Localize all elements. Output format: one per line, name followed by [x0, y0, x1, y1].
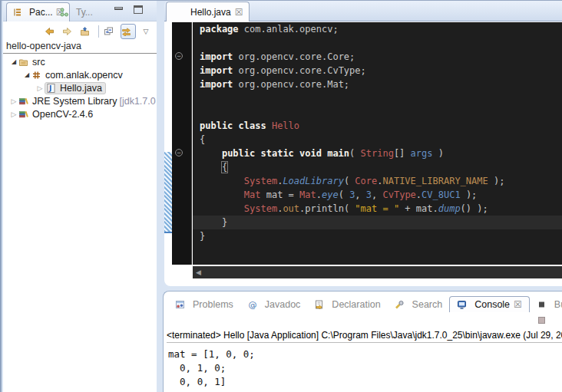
console-tab-label: Console	[474, 299, 510, 310]
collapse-arrow-icon[interactable]: ◢	[9, 58, 18, 65]
code-line-2	[200, 36, 562, 50]
tree-item-opencv-2-4-6[interactable]: ▷OpenCV-2.4.6	[3, 107, 157, 120]
project-label: hello-opencv-java	[3, 41, 157, 54]
java-file-icon	[173, 8, 183, 17]
view-tab-label: Pac...	[29, 7, 53, 18]
console-tab-label: Declaration	[332, 299, 380, 310]
svg-text:J: J	[48, 84, 51, 92]
tree-item-label: JRE System Library	[32, 96, 117, 107]
console-tab-javadoc[interactable]: @Javadoc	[240, 297, 308, 312]
tree-item-com-anlak-opencv[interactable]: ◢com.anlak.opencv	[3, 68, 157, 81]
up-button[interactable]	[79, 24, 94, 39]
code-line-5: import org.opencv.core.Mat;	[200, 77, 562, 91]
scroll-left-icon[interactable]: ◀	[193, 268, 201, 276]
tree-item-content: com.anlak.opencv	[31, 70, 123, 81]
problems-icon	[175, 300, 186, 309]
code-line-16: }	[200, 229, 562, 243]
tree-item-content: src	[18, 57, 45, 68]
forward-button[interactable]	[61, 24, 77, 39]
console-tab-console[interactable]: Console☒	[449, 296, 530, 312]
tree-item-label: OpenCV-2.4.6	[32, 109, 93, 120]
code-line-10: public static void main( String[] args )	[200, 147, 562, 160]
link-editor-icon	[121, 27, 132, 36]
horizontal-scrollbar[interactable]: ◀	[193, 266, 562, 278]
view-menu-icon: ▽	[142, 28, 150, 35]
maximize-icon[interactable]	[134, 5, 143, 14]
up-folder-icon	[80, 27, 91, 36]
expand-arrow-icon[interactable]: ▷	[35, 84, 45, 92]
console-tab-problems[interactable]: Problems	[168, 297, 240, 312]
editor-panel: Hello.java ☒ package com.anlak.opencv;im…	[164, 1, 562, 286]
code-area[interactable]: package com.anlak.opencv;import org.open…	[193, 22, 562, 265]
console-output: mat = [1, 0, 0; 0, 1, 0; 0, 0, 1]	[168, 348, 255, 389]
minimize-icon[interactable]	[114, 7, 123, 10]
console-output-line: mat = [1, 0, 0;	[168, 348, 255, 361]
tree-item-jre-system-library[interactable]: ▷JRE System Library[jdk1.7.0	[3, 94, 157, 107]
code-line-9: {	[200, 133, 562, 147]
eclipse-window: Pac...☒Ty... ▽ hello-opencv-java ◢src◢co…	[0, 0, 562, 392]
console-tab-label: Javadoc	[265, 299, 301, 310]
link-with-editor-button[interactable]	[121, 24, 136, 39]
collapse-arrow-icon[interactable]: ◢	[22, 71, 31, 78]
console-tab-search[interactable]: Search	[388, 297, 450, 312]
code-line-12: System.LoadLibrary( Core.NATIVE_LIBRARY_…	[200, 174, 562, 188]
tree-item-label: src	[32, 57, 45, 68]
view-menu-button[interactable]: ▽	[138, 24, 154, 39]
declaration-icon	[314, 300, 325, 309]
package-icon	[31, 71, 42, 80]
collapse-all-button[interactable]	[103, 24, 118, 39]
tree-item-suffix: [jdk1.7.0	[119, 96, 155, 107]
editor-tab-hello-java[interactable]: Hello.java ☒	[166, 2, 250, 21]
collapse-all-icon	[104, 27, 114, 36]
tree-item-hello-java[interactable]: ▷JHello.java	[3, 81, 157, 94]
console-panel: Problems@JavadocDeclarationSearchConsole…	[163, 291, 562, 392]
console-tab-label: Search	[412, 299, 443, 310]
console-tab-declaration[interactable]: Declaration	[307, 297, 387, 312]
console-tab-bug-explorer[interactable]: Bug Explorer	[530, 297, 562, 312]
code-line-4: import org.opencv.core.CvType;	[200, 64, 562, 77]
expand-arrow-icon[interactable]: ▷	[9, 110, 18, 118]
console-tab-label: Bug Explorer	[554, 299, 562, 310]
type-hierarchy-icon	[59, 8, 70, 17]
console-icon	[457, 300, 468, 309]
tree-item-content: JRE System Library[jdk1.7.0	[18, 96, 156, 107]
range-indicator	[164, 152, 172, 233]
tree-item-label: com.anlak.opencv	[45, 70, 123, 81]
java-file-icon: J	[46, 84, 57, 93]
code-line-3: import org.opencv.core.Core;	[200, 50, 562, 64]
console-toolbar-partial-icon[interactable]	[538, 317, 545, 324]
editor-gutter[interactable]	[172, 22, 192, 265]
view-tab-label: Ty...	[76, 7, 93, 18]
code-line-6	[200, 91, 562, 105]
package-explorer-toolbar: ▽	[44, 23, 154, 40]
code-line-1: package com.anlak.opencv;	[200, 22, 562, 36]
project-tree: ◢src◢com.anlak.opencv▷JHello.java▷JRE Sy…	[3, 55, 157, 120]
code-line-13: Mat mat = Mat.eye( 3, 3, CvType.CV_8UC1 …	[200, 188, 562, 202]
source-folder-icon	[18, 58, 29, 67]
code-line-8: public class Hello	[200, 119, 562, 133]
back-button[interactable]	[44, 24, 59, 39]
fold-collapse-icon[interactable]: −	[175, 149, 183, 156]
console-tabbar: Problems@JavadocDeclarationSearchConsole…	[168, 294, 562, 312]
code-line-11: {	[200, 160, 562, 174]
editor-tab-label: Hello.java	[190, 7, 231, 18]
forward-arrow-icon	[62, 27, 73, 36]
search-icon	[395, 300, 405, 309]
code-line-7	[200, 105, 562, 119]
view-tab-ty[interactable]: Ty...	[54, 2, 98, 21]
javadoc-icon: @	[247, 300, 258, 309]
selected-tree-item: JHello.java	[45, 82, 106, 94]
console-status-line: <terminated> Hello [Java Application] C:…	[167, 330, 562, 343]
tree-item-src[interactable]: ◢src	[3, 55, 157, 68]
code-line-14: System.out.println( "mat = " + mat.dump(…	[200, 202, 562, 216]
expand-arrow-icon[interactable]: ▷	[9, 97, 18, 105]
package-explorer-icon	[12, 8, 23, 17]
close-icon[interactable]: ☒	[514, 300, 522, 309]
tree-item-label: Hello.java	[60, 83, 102, 94]
fold-collapse-icon[interactable]: −	[175, 52, 183, 60]
library-icon	[18, 110, 29, 119]
library-icon	[18, 97, 29, 106]
package-explorer-panel: Pac...☒Ty... ▽ hello-opencv-java ◢src◢co…	[3, 1, 157, 392]
close-icon[interactable]: ☒	[235, 8, 243, 17]
code-line-15: }	[193, 216, 562, 229]
